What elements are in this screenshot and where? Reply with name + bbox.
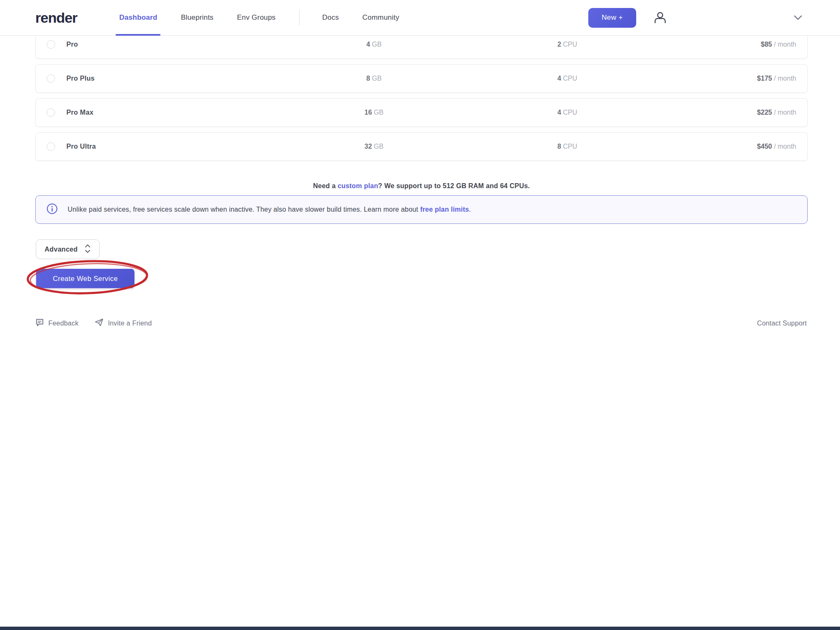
cpu-value: 4 (557, 75, 561, 82)
cpu-value: 4 (557, 109, 561, 116)
nav-item-label: Dashboard (119, 13, 158, 22)
plan-row-pro[interactable]: Pro 4 GB 2 CPU $85 / month (35, 36, 808, 59)
radio-button[interactable] (47, 142, 55, 151)
plan-ram: 4 GB (347, 41, 401, 48)
radio-button[interactable] (47, 108, 55, 117)
nav-item-label: Blueprints (181, 13, 213, 22)
price-value: $85 (761, 41, 772, 48)
cpu-value: 2 (557, 41, 561, 48)
cpu-unit: CPU (563, 143, 577, 150)
contact-support-link[interactable]: Contact Support (757, 320, 807, 327)
plan-cpu: 4 CPU (540, 109, 595, 116)
ram-unit: GB (372, 75, 382, 82)
plan-price: $85 / month (761, 41, 796, 48)
plan-price: $225 / month (757, 109, 796, 116)
paper-plane-icon (95, 318, 104, 328)
plan-ram: 8 GB (347, 75, 401, 82)
custom-plan-prefix: Need a (313, 182, 337, 189)
price-value: $225 (757, 109, 772, 116)
cpu-unit: CPU (563, 109, 577, 116)
cpu-unit: CPU (563, 75, 577, 82)
account-avatar-icon[interactable] (653, 10, 667, 25)
feedback-bubble-icon (35, 318, 44, 328)
plan-cpu: 2 CPU (540, 41, 595, 48)
ram-value: 16 (364, 109, 372, 116)
unfold-chevrons-icon (84, 244, 91, 255)
radio-button[interactable] (47, 40, 55, 49)
radio-button[interactable] (47, 74, 55, 83)
banner-text: Unlike paid services, free services scal… (68, 206, 471, 213)
create-web-service-button[interactable]: Create Web Service (36, 269, 134, 288)
banner-text-suffix: . (469, 206, 471, 213)
chevron-down-icon[interactable] (793, 15, 803, 21)
invite-a-friend-link[interactable]: Invite a Friend (95, 318, 152, 328)
plan-price: $450 / month (757, 143, 796, 150)
topbar-right: New + (588, 8, 840, 28)
custom-plan-suffix: ? We support up to 512 GB RAM and 64 CPU… (378, 182, 530, 189)
feedback-label: Feedback (48, 320, 79, 327)
plan-cpu: 4 CPU (540, 75, 595, 82)
active-tab-underline (116, 34, 161, 36)
nav-divider (299, 10, 300, 26)
ram-value: 32 (364, 143, 372, 150)
advanced-toggle-button[interactable]: Advanced (36, 239, 100, 259)
nav-item-docs[interactable]: Docs (322, 0, 339, 35)
nav-item-blueprints[interactable]: Blueprints (181, 0, 213, 35)
plan-ram: 32 GB (347, 143, 401, 150)
banner-text-main: Unlike paid services, free services scal… (68, 206, 420, 213)
main-content: Pro 4 GB 2 CPU $85 / month Pro Plus 8 GB… (0, 36, 840, 627)
plan-name: Pro Max (66, 109, 93, 116)
price-value: $450 (757, 143, 772, 150)
price-value: $175 (757, 75, 772, 82)
info-icon (47, 203, 58, 216)
plan-row-pro-plus[interactable]: Pro Plus 8 GB 4 CPU $175 / month (35, 64, 808, 93)
custom-plan-link[interactable]: custom plan (337, 182, 378, 189)
free-plan-info-banner: Unlike paid services, free services scal… (35, 195, 808, 224)
cpu-value: 8 (557, 143, 561, 150)
plan-name: Pro Ultra (66, 143, 96, 150)
ram-unit: GB (372, 41, 382, 48)
feedback-link[interactable]: Feedback (35, 318, 79, 328)
bottom-edge-bar (0, 627, 840, 630)
plan-ram: 16 GB (347, 109, 401, 116)
primary-nav: Dashboard Blueprints Env Groups Docs Com… (119, 0, 423, 35)
invite-label: Invite a Friend (108, 320, 152, 327)
nav-item-label: Docs (322, 13, 339, 22)
price-suffix: / month (774, 143, 796, 150)
nav-item-label: Community (362, 13, 399, 22)
plan-row-pro-ultra[interactable]: Pro Ultra 32 GB 8 CPU $450 / month (35, 132, 808, 161)
price-suffix: / month (774, 109, 796, 116)
plan-name: Pro (66, 41, 78, 48)
free-plan-limits-link[interactable]: free plan limits (420, 206, 469, 213)
app-window: render Dashboard Blueprints Env Groups D… (0, 0, 840, 630)
custom-plan-line: Need a custom plan? We support up to 512… (35, 182, 808, 190)
plan-name: Pro Plus (66, 75, 95, 82)
plan-cpu: 8 CPU (540, 143, 595, 150)
plan-row-pro-max[interactable]: Pro Max 16 GB 4 CPU $225 / month (35, 98, 808, 127)
nav-item-env-groups[interactable]: Env Groups (237, 0, 276, 35)
ram-unit: GB (374, 143, 384, 150)
nav-item-dashboard[interactable]: Dashboard (119, 0, 158, 35)
price-suffix: / month (774, 75, 796, 82)
top-navbar: render Dashboard Blueprints Env Groups D… (0, 0, 840, 36)
new-button[interactable]: New + (588, 8, 636, 28)
ram-value: 4 (366, 41, 370, 48)
page-footer: Feedback Invite a Friend Contact Support (35, 318, 807, 328)
ram-value: 8 (366, 75, 370, 82)
plan-price: $175 / month (757, 75, 796, 82)
ram-unit: GB (374, 109, 384, 116)
cpu-unit: CPU (563, 41, 577, 48)
nav-item-community[interactable]: Community (362, 0, 399, 35)
nav-item-label: Env Groups (237, 13, 276, 22)
advanced-label: Advanced (45, 246, 78, 253)
price-suffix: / month (774, 41, 796, 48)
render-logo[interactable]: render (35, 10, 77, 26)
